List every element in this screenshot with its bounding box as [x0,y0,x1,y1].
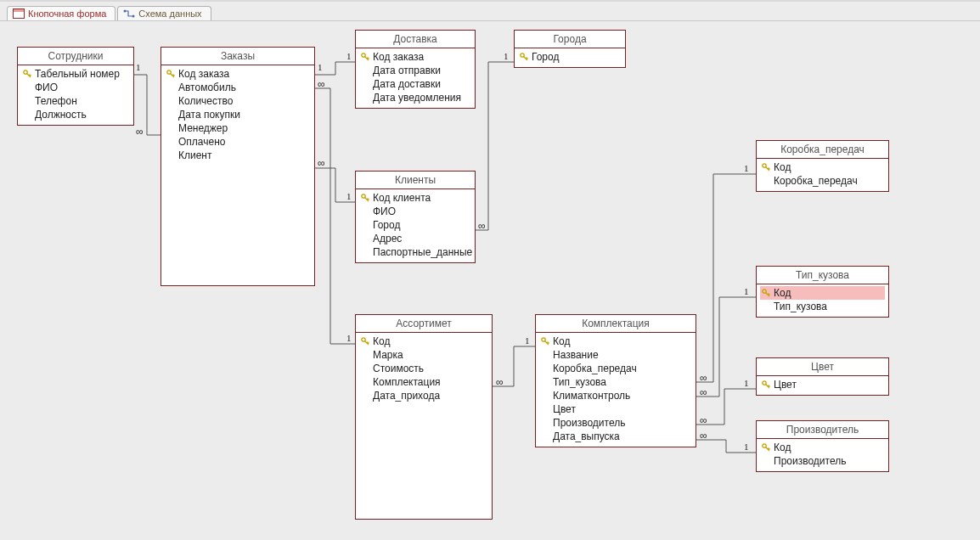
field-name: Дата покупки [178,109,240,121]
table-field[interactable]: Климатконтроль [539,389,692,402]
table-assortment[interactable]: Ассортимет КодМаркаСтоимостьКомплектация… [355,314,493,520]
field-name: Дата_прихода [373,390,440,402]
table-field[interactable]: Город [359,218,471,232]
table-field[interactable]: Тип_кузова [539,375,692,389]
tab-button-form[interactable]: Кнопочная форма [7,6,115,20]
rel-many: ∞ [700,372,707,384]
table-field[interactable]: Автомобиль [165,81,311,94]
table-gearbox[interactable]: Коробка_передач КодКоробка_передач [756,140,889,192]
relationships-canvas-wrapper: 1 ∞ 1 1 ∞ ∞ 1 1 ∞ 1 ∞ 1 ∞ 1 ∞ 1 ∞ 1 ∞ 1 … [0,20,980,540]
rel-one: 1 [744,163,749,173]
field-name: ФИО [373,205,396,217]
field-name: Код заказа [373,51,424,63]
tab-relationships[interactable]: Схема данных [117,6,211,20]
table-field[interactable]: Код [760,286,885,300]
field-name: ФИО [35,82,58,93]
field-name: Дата_выпуска [553,430,620,442]
rel-many: ∞ [700,386,707,398]
tab-label: Схема данных [138,8,201,19]
relationships-icon [123,8,135,19]
field-name: Код [774,161,791,173]
table-field[interactable]: Паспортные_данные [359,245,471,259]
table-field[interactable]: Код клиента [359,191,471,205]
table-title: Заказы [161,48,314,65]
table-field[interactable]: Код заказа [165,67,311,81]
field-name: Тип_кузова [774,301,827,312]
table-field[interactable]: Комплектация [359,375,488,389]
table-clients[interactable]: Клиенты Код клиентаФИОГородАдресПаспортн… [355,171,476,263]
table-orders[interactable]: Заказы Код заказаАвтомобильКоличествоДат… [161,47,315,286]
table-field[interactable]: Производитель [539,416,692,430]
primary-key-icon [762,289,770,297]
primary-key-icon [361,53,369,61]
primary-key-icon [541,391,549,400]
table-field[interactable]: Коробка_передач [760,174,885,188]
rel-many: ∞ [318,157,324,169]
table-field[interactable]: Табельный номер [21,67,130,81]
field-name: Дата уведомления [373,92,461,104]
table-bodytype[interactable]: Тип_кузова КодТип_кузова [756,266,889,318]
rel-one: 1 [744,286,749,296]
field-name: Автомобиль [178,82,236,93]
table-field[interactable]: Тип_кузова [760,300,885,313]
table-field[interactable]: Код [760,441,885,454]
field-name: Климатконтроль [553,390,630,402]
table-delivery[interactable]: Доставка Код заказаДата отправкиДата дос… [355,30,476,109]
table-field[interactable]: Название [539,348,692,362]
table-fields: Город [515,48,625,67]
table-field[interactable]: ФИО [359,205,471,218]
table-field[interactable]: Дата покупки [165,108,311,121]
table-employees[interactable]: Сотрудники Табельный номерФИОТелефонДолж… [17,47,134,126]
table-field[interactable]: Код [760,160,885,174]
form-icon [13,8,25,19]
table-field[interactable]: Количество [165,94,311,108]
primary-key-icon [762,163,770,172]
table-field[interactable]: Код [539,335,692,348]
table-field[interactable]: Цвет [539,402,692,416]
table-field[interactable]: Дата доставки [359,77,471,91]
table-title: Производитель [757,421,888,439]
table-field[interactable]: Телефон [21,94,130,108]
primary-key-icon [361,93,369,102]
table-field[interactable]: Дата_выпуска [539,430,692,443]
table-field[interactable]: Код [359,335,488,348]
table-field[interactable]: Коробка_передач [539,362,692,375]
table-manufacturer[interactable]: Производитель КодПроизводитель [756,420,889,472]
table-complectation[interactable]: Комплектация КодНазваниеКоробка_передачТ… [535,314,696,447]
relationships-canvas[interactable]: 1 ∞ 1 1 ∞ ∞ 1 1 ∞ 1 ∞ 1 ∞ 1 ∞ 1 ∞ 1 ∞ 1 … [0,21,980,540]
table-field[interactable]: Адрес [359,232,471,245]
table-field[interactable]: Стоимость [359,362,488,375]
primary-key-icon [361,207,369,216]
table-field[interactable]: Оплачено [165,135,311,149]
primary-key-icon [762,443,770,452]
table-title: Клиенты [356,172,475,189]
table-field[interactable]: Менеджер [165,121,311,135]
table-color[interactable]: Цвет Цвет [756,357,889,396]
table-field[interactable]: Дата уведомления [359,91,471,104]
table-field[interactable]: Цвет [760,378,885,391]
field-name: Менеджер [178,122,228,134]
table-field[interactable]: Дата отправки [359,64,471,77]
table-field[interactable]: Код заказа [359,50,471,64]
table-field[interactable]: Марка [359,348,488,362]
field-name: Адрес [373,233,402,245]
table-cities[interactable]: Города Город [514,30,626,68]
primary-key-icon [361,234,369,243]
table-field[interactable]: Город [518,50,622,64]
svg-rect-1 [14,9,24,12]
rel-one: 1 [346,333,352,343]
primary-key-icon [23,83,31,92]
table-field[interactable]: Должность [21,108,130,121]
field-name: Название [553,349,599,361]
primary-key-icon [166,151,175,160]
table-field[interactable]: Дата_прихода [359,389,488,402]
table-field[interactable]: Клиент [165,149,311,162]
table-field[interactable]: Производитель [760,454,885,468]
rel-one: 1 [318,62,323,72]
table-fields: Цвет [757,376,888,395]
primary-key-icon [762,380,770,389]
field-name: Табельный номер [35,68,120,80]
table-field[interactable]: ФИО [21,81,130,94]
primary-key-icon [361,364,369,373]
primary-key-icon [541,364,549,373]
